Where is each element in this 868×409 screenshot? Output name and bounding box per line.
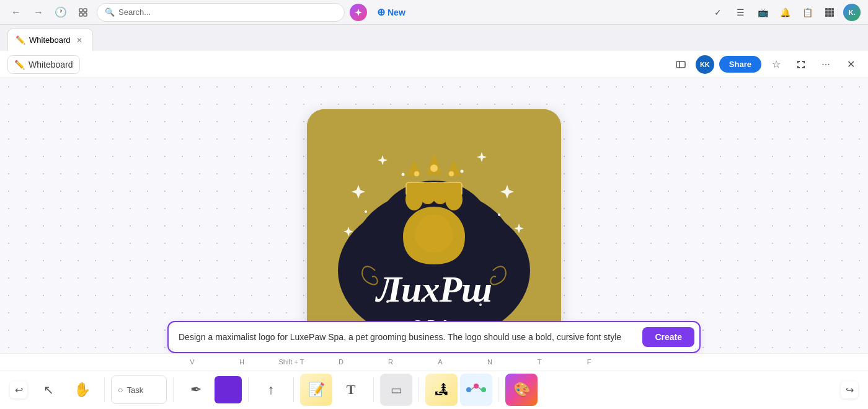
divider-6 <box>418 377 419 402</box>
text-tool[interactable]: T <box>335 374 367 406</box>
task-tool[interactable]: ○ Task <box>111 375 167 404</box>
whiteboard-tab[interactable]: ✏️ Whiteboard ✕ <box>7 29 93 51</box>
shortcut-shift-t: Shift + T <box>267 358 316 366</box>
search-bar[interactable]: 🔍 Search... <box>97 3 345 22</box>
forward-button[interactable]: → <box>30 4 47 21</box>
svg-point-25 <box>430 164 438 172</box>
bookmark-list-button[interactable]: ☰ <box>732 4 749 21</box>
svg-point-27 <box>449 171 454 176</box>
main-toolbar: ✏️ Whiteboard KK Share ☆ ··· ✕ <box>0 51 868 78</box>
ai-sticker-tool[interactable]: 🎨 <box>505 374 538 406</box>
share-button[interactable]: Share <box>719 56 761 73</box>
more-options-button[interactable]: ··· <box>816 55 836 74</box>
svg-rect-2 <box>79 13 82 16</box>
star-button[interactable]: ☆ <box>766 55 786 74</box>
svg-rect-0 <box>79 9 82 12</box>
svg-rect-12 <box>831 14 834 17</box>
frame-icon: ▭ <box>391 382 402 397</box>
divider-7 <box>498 377 499 402</box>
shape-color-indicator <box>215 376 242 403</box>
tab-label: Whiteboard <box>29 35 70 45</box>
panel-toggle-button[interactable] <box>671 55 691 74</box>
shortcut-r: R <box>366 358 415 366</box>
search-placeholder: Search... <box>118 7 151 17</box>
divider-3 <box>248 377 249 402</box>
undo-button[interactable]: ↩ <box>10 381 27 398</box>
whiteboard-label[interactable]: ✏️ Whiteboard <box>7 55 80 74</box>
pen-tool[interactable]: ✒ <box>180 374 212 406</box>
svg-point-36 <box>498 213 500 216</box>
edit-icon: ✏️ <box>14 60 25 70</box>
shortcut-n: N <box>465 358 515 366</box>
browser-bar: ← → 🕐 🔍 Search... ⊕ New ✓ ☰ 📺 🔔 📋 <box>0 0 868 25</box>
close-button[interactable]: ✕ <box>841 55 861 74</box>
browser-actions: ✓ ☰ 📺 🔔 📋 K. <box>709 4 861 21</box>
svg-point-26 <box>414 171 419 176</box>
note-icon: 📝 <box>308 382 325 398</box>
apps-grid-button[interactable] <box>821 4 838 21</box>
divider-1 <box>104 377 105 402</box>
magic-ai-icon[interactable] <box>350 4 367 21</box>
svg-point-43 <box>466 387 471 392</box>
select-icon: ↖ <box>43 382 54 397</box>
fullscreen-button[interactable] <box>791 55 811 74</box>
cast-button[interactable]: 📺 <box>754 4 771 21</box>
image-tool[interactable]: 🏞 <box>425 374 458 406</box>
ai-sticker-icon: 🎨 <box>513 382 530 398</box>
toolbar-right: KK Share ☆ ··· ✕ <box>671 55 861 74</box>
new-plus-icon: ⊕ <box>377 6 385 18</box>
alarm-button[interactable]: 🔔 <box>776 4 794 21</box>
create-button[interactable]: Create <box>642 327 694 347</box>
text-icon: T <box>347 382 356 398</box>
svg-line-46 <box>471 387 474 390</box>
svg-text:ЛuxРш: ЛuxРш <box>374 269 492 310</box>
svg-rect-11 <box>828 14 831 17</box>
tabs-button[interactable] <box>74 4 92 21</box>
svg-line-47 <box>479 387 481 390</box>
task-check-icon: ○ <box>118 385 123 395</box>
shortcut-h: H <box>217 358 267 366</box>
new-button[interactable]: ⊕ New <box>372 4 410 20</box>
image-icon: 🏞 <box>435 382 448 398</box>
prompt-bar: Design a maximalist logo for LuxePaw Spa… <box>167 321 701 353</box>
svg-rect-5 <box>828 8 831 11</box>
svg-rect-8 <box>828 11 831 14</box>
user-kk-avatar: KK <box>696 55 714 74</box>
redo-button[interactable]: ↪ <box>841 381 858 398</box>
checkmark-button[interactable]: ✓ <box>709 4 727 21</box>
hand-tool[interactable]: ✋ <box>66 374 98 406</box>
frame-tool[interactable]: ▭ <box>380 374 412 406</box>
history-button[interactable]: 🕐 <box>52 4 69 21</box>
shortcut-row: V H Shift + T D R A N T F <box>0 354 868 371</box>
svg-rect-1 <box>84 9 87 12</box>
shortcut-d: D <box>316 358 366 366</box>
shortcut-t: T <box>515 358 564 366</box>
svg-rect-9 <box>831 11 834 14</box>
svg-rect-13 <box>676 61 685 68</box>
svg-rect-10 <box>825 14 828 17</box>
shortcut-f: F <box>564 358 614 366</box>
notes-button[interactable]: 📋 <box>799 4 816 21</box>
prompt-text: Design a maximalist logo for LuxePaw Spa… <box>179 332 642 342</box>
connector-tool[interactable] <box>460 374 492 406</box>
note-tool[interactable]: 📝 <box>300 374 332 406</box>
select-tool[interactable]: ↖ <box>32 374 64 406</box>
hand-icon: ✋ <box>74 382 91 398</box>
svg-point-32 <box>445 188 463 210</box>
svg-point-44 <box>474 384 479 389</box>
arrow-tool[interactable]: ↑ <box>255 374 287 406</box>
tab-close-button[interactable]: ✕ <box>74 35 85 46</box>
back-button[interactable]: ← <box>7 4 25 21</box>
divider-2 <box>173 377 174 402</box>
svg-point-35 <box>365 210 367 213</box>
svg-point-34 <box>461 170 464 173</box>
pen-icon: ✒ <box>190 382 202 398</box>
svg-rect-7 <box>825 11 828 14</box>
svg-point-45 <box>481 387 486 392</box>
shortcut-v: V <box>167 358 217 366</box>
divider-4 <box>293 377 294 402</box>
user-avatar-button[interactable]: K. <box>843 4 861 21</box>
shortcut-a: A <box>415 358 465 366</box>
whiteboard-canvas[interactable]: ЛuxРш SPA Design a maximalist logo for L… <box>0 78 868 409</box>
task-label: Task <box>126 385 143 395</box>
